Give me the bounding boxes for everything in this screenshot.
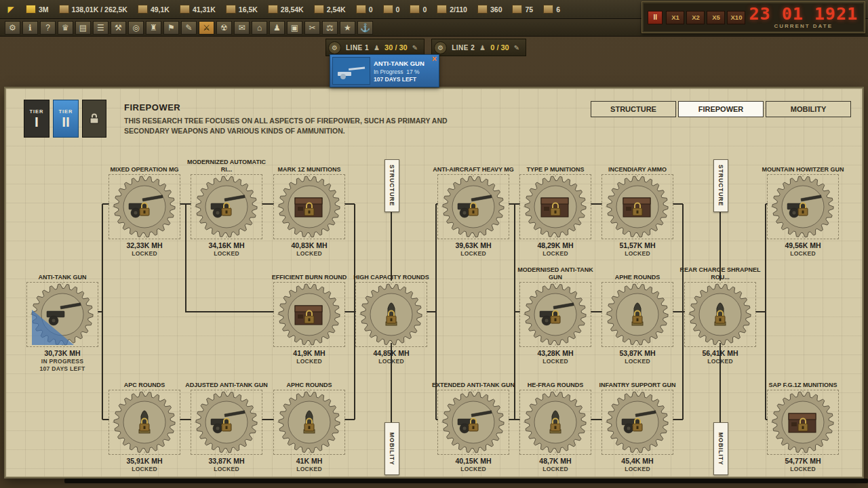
research-tree: STRUCTUREMOBILITYSTRUCTUREMOBILITYMIXED … — [6, 89, 862, 476]
achievements-button[interactable]: ♛ — [58, 21, 73, 35]
production-button[interactable]: ◎ — [128, 21, 144, 35]
speed-x1-button[interactable]: X1 — [666, 11, 684, 24]
headquarters-button[interactable]: ⌂ — [252, 21, 267, 35]
node-cost: 33,87K MH — [208, 457, 244, 465]
help-button[interactable]: ? — [40, 21, 56, 35]
tier-numeral: II — [62, 115, 70, 129]
node-status: LOCKED — [460, 250, 486, 257]
statistics-button[interactable]: ▤ — [75, 21, 91, 35]
tier-numeral: I — [35, 115, 39, 129]
research-node-anti-aircraft-heavy-mg[interactable]: ANTI-AIRCRAFT HEAVY MG39,63K MHLOCKED — [429, 152, 517, 257]
node-status: LOCKED — [378, 358, 404, 365]
research-node-efficient-burn-round[interactable]: EFFICIENT BURN ROUND41,9K MHLOCKED — [265, 260, 353, 365]
resource-workforce: 2/110 — [437, 5, 467, 14]
tier-tabs: TIER I TIER II — [24, 100, 106, 138]
favorites-button[interactable]: ★ — [340, 21, 355, 35]
connector-tag-mobility[interactable]: MOBILITY — [384, 422, 399, 475]
logistics-button[interactable]: ⚓ — [357, 21, 373, 35]
design-button[interactable]: ✎ — [181, 21, 197, 35]
tab-structure[interactable]: STRUCTURE — [591, 101, 676, 117]
node-cost: 41,9K MH — [293, 349, 325, 357]
connector-tag-structure[interactable]: STRUCTURE — [713, 159, 728, 212]
node-name: INFANTRY SUPPORT GUN — [599, 368, 675, 388]
production-tooltip: ANTI-TANK GUN In Progress 17 % 107 DAYS … — [330, 54, 439, 87]
close-icon[interactable]: × — [432, 55, 437, 63]
research-node-apc-rounds[interactable]: APC ROUNDS35,91K MHLOCKED — [100, 368, 189, 472]
workshop-button[interactable]: ⚒ — [111, 21, 126, 35]
missions-button[interactable]: ⚑ — [163, 21, 179, 35]
node-gear-icon — [26, 282, 98, 347]
research-node-mountain-howitzer-gun[interactable]: MOUNTAIN HOWITZER GUN49,56K MHLOCKED — [759, 152, 847, 257]
research-node-mixed-operation-mg[interactable]: MIXED OPERATION MG32,33K MHLOCKED — [100, 152, 189, 257]
node-name: TYPE P MUNITIONS — [527, 152, 585, 173]
research-node-adjusted-anti-tank-gun[interactable]: ADJUSTED ANTI-TANK GUN33,87K MHLOCKED — [182, 368, 271, 472]
steel-icon — [138, 5, 148, 14]
engineers-icon — [477, 5, 488, 14]
research-node-modernized-automatic-ri[interactable]: MODERNIZED AUTOMATIC RI...34,16K MHLOCKE… — [182, 152, 271, 257]
node-status: LOCKED — [132, 466, 157, 472]
warehouse-button[interactable]: ▣ — [287, 21, 302, 35]
research-node-mark-1z-munitions[interactable]: MARK 1Z MUNITIONS40,83K MHLOCKED — [265, 152, 353, 257]
resource-list: 3M138,01K / 262,5K49,1K41,31K16,5K28,54K… — [26, 5, 560, 14]
speed-x5-button[interactable]: X5 — [707, 11, 725, 24]
node-days-left: 107 DAYS LEFT — [40, 365, 85, 372]
research-node-sap-f-g-1z-munitions[interactable]: SAP F.G.1Z MUNITIONS54,77K MHLOCKED — [759, 368, 847, 472]
horizontal-scrollbar[interactable] — [64, 479, 868, 483]
settings-button[interactable]: ⚙ — [5, 21, 20, 35]
garrison-button[interactable]: ♜ — [146, 21, 161, 35]
pause-button[interactable]: II — [648, 11, 663, 24]
node-status: LOCKED — [214, 466, 239, 472]
line-count: 0 / 30 — [490, 43, 509, 52]
research-node-extended-anti-tank-gun[interactable]: EXTENDED ANTI-TANK GUN40,15K MHLOCKED — [429, 368, 517, 472]
node-gear-icon — [519, 390, 591, 455]
connector-tag-structure[interactable]: STRUCTURE — [384, 159, 399, 212]
node-status: LOCKED — [625, 466, 650, 472]
tab-mobility[interactable]: MOBILITY — [766, 101, 851, 117]
speed-x10-button[interactable]: X10 — [727, 11, 745, 24]
node-gear-icon — [767, 174, 839, 239]
node-gear-icon — [684, 282, 756, 347]
connector-tag-mobility[interactable]: MOBILITY — [713, 422, 728, 475]
copper-icon — [314, 5, 324, 14]
tab-tier-2[interactable]: TIER II — [53, 100, 79, 138]
mail-button[interactable]: ✉ — [234, 21, 250, 35]
research-node-he-frag-rounds[interactable]: HE-FRAG ROUNDS48,7K MHLOCKED — [511, 368, 599, 472]
edit-icon[interactable]: ✎ — [412, 44, 418, 52]
research-node-infantry-support-gun[interactable]: INFANTRY SUPPORT GUN45,4K MHLOCKED — [593, 368, 682, 472]
anti-tank-gun-image — [332, 57, 370, 85]
ledger-button[interactable]: ☰ — [93, 21, 108, 35]
resource-engineers: 360 — [477, 5, 502, 14]
resource-value: 6 — [556, 5, 560, 14]
research-node-modernised-anti-tank-gun[interactable]: MODERNISED ANTI-TANK GUN43,28K MHLOCKED — [511, 260, 599, 365]
node-name: ADJUSTED ANTI-TANK GUN — [185, 368, 268, 388]
edit-icon[interactable]: ✎ — [514, 44, 519, 52]
research-node-aphc-rounds[interactable]: APHC ROUNDS41K MHLOCKED — [265, 368, 353, 472]
trade-button[interactable]: ⚖ — [322, 21, 338, 35]
node-gear-icon — [519, 174, 591, 239]
speed-x2-button[interactable]: X2 — [686, 11, 705, 24]
production-line-2[interactable]: ⚙ LINE 2 ♟ 0 / 30 ✎ — [431, 39, 526, 56]
research-node-incendiary-ammo[interactable]: INCENDIARY AMMO51,57K MHLOCKED — [593, 152, 682, 257]
node-cost: 53,87K MH — [619, 349, 655, 357]
research-node-type-p-munitions[interactable]: TYPE P MUNITIONS48,29K MHLOCKED — [511, 152, 599, 257]
contracts-button[interactable]: ✂ — [304, 21, 320, 35]
info-button[interactable]: ℹ — [22, 21, 38, 35]
node-status: LOCKED — [542, 466, 568, 472]
research-node-rear-charge-shrapnel-rou[interactable]: REAR CHARGE SHRAPNEL ROU...56,41K MHLOCK… — [676, 260, 764, 365]
menu-toggle-button[interactable]: ◤ — [5, 4, 16, 15]
research-node-high-capacity-rounds[interactable]: HIGH CAPACITY ROUNDS44,85K MHLOCKED — [347, 260, 435, 365]
tab-tier-1[interactable]: TIER I — [24, 100, 50, 138]
node-cost: 35,91K MH — [126, 457, 162, 465]
tab-firepower[interactable]: FIREPOWER — [678, 101, 764, 117]
research-node-aphe-rounds[interactable]: APHE ROUNDS53,87K MHLOCKED — [593, 260, 682, 365]
testing-button[interactable]: ☢ — [216, 21, 232, 35]
tab-tier-locked[interactable] — [82, 100, 106, 138]
node-name: SAP F.G.1Z MUNITIONS — [769, 368, 837, 388]
personnel-button[interactable]: ♟ — [269, 21, 285, 35]
node-gear-icon — [519, 282, 591, 347]
research-button[interactable]: ⚔ — [199, 21, 214, 35]
resource-value: 49,1K — [151, 5, 170, 14]
research-node-anti-tank-gun[interactable]: ANTI-TANK GUN30,73K MHIN PROGRESS107 DAY… — [18, 260, 106, 372]
resource-value: 16,5K — [239, 5, 258, 14]
node-name: APHC ROUNDS — [286, 368, 332, 388]
